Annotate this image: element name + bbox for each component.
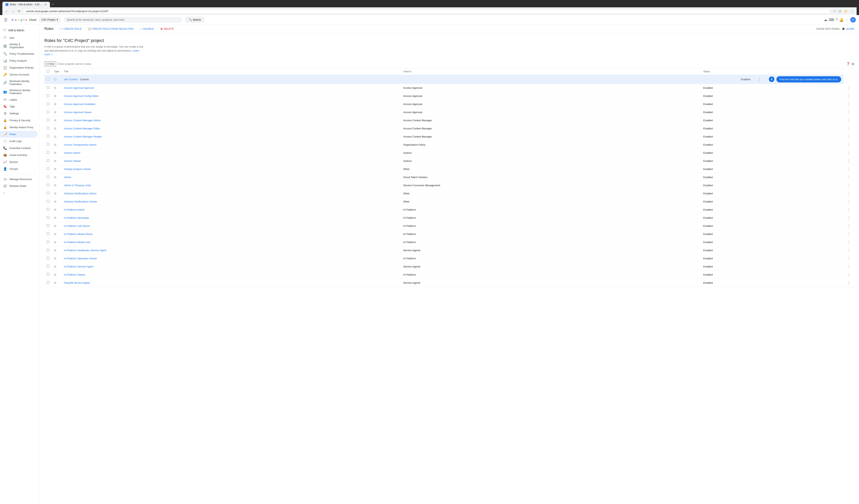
role-link-access-approval-invalidator[interactable]: Access Approval Invalidator	[64, 103, 96, 106]
row-checkbox-ai-platform-model-user[interactable]	[47, 241, 49, 243]
role-link-ai-platform-admin[interactable]: AI Platform Admin	[64, 208, 85, 211]
role-link-access-approval-approver[interactable]: Access Approval Approver	[64, 86, 94, 89]
row-menu-ai-platform-notebooks-agent[interactable]: ⋮	[846, 248, 852, 253]
sidebar-item-privacy-security[interactable]: 🔒 Privacy & Security	[0, 117, 38, 124]
row-menu-ai-platform-developer[interactable]: ⋮	[846, 215, 852, 220]
role-link-access-transparency-admin[interactable]: Access Transparency Admin	[64, 143, 96, 146]
disable-button[interactable]: — DISABLE	[137, 26, 156, 31]
role-link-alloydb-service-agent[interactable]: AlloyDB Service Agent	[64, 281, 90, 284]
new-tab-button[interactable]: +	[50, 2, 56, 7]
sidebar-item-policy-analyzer[interactable]: 📊 Policy Analyzer	[0, 57, 38, 64]
sidebar-item-identity-org[interactable]: 🏢 Identity & Organization	[0, 41, 38, 50]
role-link-ai-platform-model-user[interactable]: AI Platform Model User	[64, 241, 91, 244]
row-menu-access-transparency-admin[interactable]: ⋮	[846, 142, 852, 147]
sidebar-item-policy-troubleshooter[interactable]: 🔍 Policy Troubleshooter	[0, 50, 38, 57]
role-link-access-context-manager-reader[interactable]: Access Context Manager Reader	[64, 135, 102, 138]
row-checkbox-ai-platform-operation-owner[interactable]	[47, 257, 49, 259]
row-checkbox-ai-platform-developer[interactable]	[47, 216, 49, 219]
role-link-advisory-notifications-viewer[interactable]: Advisory Notifications Viewer	[64, 200, 97, 203]
columns-icon[interactable]: ⊞	[852, 62, 854, 66]
row-menu-ai-platform-admin[interactable]: ⋮	[846, 207, 852, 212]
row-checkbox-ai-platform-job-owner[interactable]	[47, 224, 49, 227]
role-link-access-approval-viewer[interactable]: Access Approval Viewer	[64, 111, 92, 114]
hamburger-menu[interactable]: ☰	[3, 17, 8, 23]
search-button[interactable]: 🔍 Search	[185, 17, 204, 22]
role-link-advisory-notifications-admin[interactable]: Advisory Notifications Admin	[64, 192, 96, 195]
more-options-icon[interactable]: ⋮	[845, 18, 849, 22]
role-link-ai-platform-service-agent[interactable]: AI Platform Service Agent	[64, 265, 93, 268]
learn-more-link[interactable]: Learn	[133, 49, 139, 52]
row-checkbox-c4c-custom[interactable]	[47, 78, 49, 80]
role-link-c4c-custom[interactable]: c4c Custom	[64, 78, 78, 81]
row-checkbox-activity-analysis-viewer[interactable]	[47, 167, 49, 170]
profile-icon[interactable]: ◻	[838, 9, 842, 14]
project-selector[interactable]: C4C Project ▾	[40, 17, 60, 22]
search-bar[interactable]: Search (/) for resources, docs, products…	[63, 17, 182, 22]
create-role-button[interactable]: + + CREATE ROLE	[57, 26, 84, 31]
filter-button[interactable]: ≡ Filter	[44, 61, 56, 66]
row-checkbox-access-context-manager-editor[interactable]	[47, 127, 49, 129]
create-role-from-selection-button[interactable]: 📋 CREATE ROLE FROM SELECTION	[86, 26, 136, 31]
row-checkbox-advisory-notifications-viewer[interactable]	[47, 200, 49, 202]
role-link-access-context-manager-editor[interactable]: Access Context Manager Editor	[64, 127, 100, 130]
row-menu-access-context-manager-editor[interactable]: ⋮	[846, 126, 852, 131]
address-bar[interactable]: console.cloud.google.com/iam-admin/roles…	[23, 9, 831, 14]
extensions-icon[interactable]: ⚡	[843, 9, 849, 14]
row-menu-ai-platform-operation-owner[interactable]: ⋮	[846, 256, 852, 261]
cloud-upload-icon[interactable]: ☁	[824, 18, 827, 22]
sidebar-item-manage-resources[interactable]: 🗂 Manage Resources	[0, 176, 38, 182]
sidebar-item-identity-aware-proxy[interactable]: 🔒 Identity-Aware Proxy	[0, 124, 38, 131]
row-menu-access-approval-config-editor[interactable]: ⋮	[846, 93, 852, 98]
row-checkbox-alloydb-service-agent[interactable]	[47, 281, 49, 284]
sidebar-item-roles[interactable]: 📝 Roles	[0, 131, 38, 138]
terminal-icon[interactable]: ⌨	[829, 18, 834, 22]
sidebar-item-iam[interactable]: 🛡 IAM	[0, 34, 38, 41]
sidebar-item-release-notes[interactable]: 📰 Release Notes	[0, 182, 38, 189]
row-menu-admin-tenancy-units[interactable]: ⋮	[846, 183, 852, 188]
row-menu-alloydb-service-agent[interactable]: ⋮	[846, 280, 852, 285]
role-link-actions-admin[interactable]: Actions Admin	[64, 151, 80, 154]
role-link-access-context-manager-admin[interactable]: Access Context Manager Admin	[64, 119, 101, 122]
row-checkbox-access-approval-invalidator[interactable]	[47, 103, 49, 105]
row-checkbox-ai-platform-model-owner[interactable]	[47, 232, 49, 235]
row-checkbox-actions-admin[interactable]	[47, 151, 49, 154]
back-button[interactable]: ←	[4, 9, 9, 14]
row-checkbox-access-approval-viewer[interactable]	[47, 110, 49, 113]
role-link-ai-platform-operation-owner[interactable]: AI Platform Operation Owner	[64, 257, 97, 260]
row-menu-access-approval-approver[interactable]: ⋮	[846, 85, 852, 90]
role-link-ai-platform-notebooks-agent[interactable]: AI Platform Notebooks Service Agent	[64, 249, 106, 252]
row-checkbox-ai-platform-viewer[interactable]	[47, 273, 49, 276]
tab-close-btn[interactable]: ✕	[44, 3, 47, 6]
row-menu-ai-platform-service-agent[interactable]: ⋮	[846, 264, 852, 269]
row-menu-access-approval-invalidator[interactable]: ⋮	[846, 102, 852, 107]
row-menu-actions-admin[interactable]: ⋮	[846, 150, 852, 155]
row-checkbox-advisory-notifications-admin[interactable]	[47, 192, 49, 194]
sidebar-item-labels[interactable]: 🏷 Labels	[0, 96, 38, 103]
row-menu-actions-viewer[interactable]: ⋮	[846, 158, 852, 164]
row-checkbox-access-approval-approver[interactable]	[47, 86, 49, 89]
sidebar-item-workload-identity[interactable]: 🔗 Workload Identity Federation	[0, 78, 38, 87]
row-menu-ai-platform-model-user[interactable]: ⋮	[846, 240, 852, 245]
row-menu-advisory-notifications-admin[interactable]: ⋮	[846, 191, 852, 196]
row-checkbox-access-transparency-admin[interactable]	[47, 143, 49, 146]
row-menu-c4c-custom[interactable]: ⋮	[757, 77, 763, 82]
role-link-admin-tenancy-units[interactable]: Admin of Tenancy Units	[64, 184, 91, 187]
role-link-ai-platform-developer[interactable]: AI Platform Developer	[64, 216, 89, 219]
notifications-icon[interactable]: 🔔	[839, 18, 844, 22]
sidebar-item-workforce-identity[interactable]: 👥 Workforce Identity Federation	[0, 87, 38, 96]
more-link[interactable]: more ↗	[44, 53, 53, 56]
row-menu-ai-platform-job-owner[interactable]: ⋮	[846, 223, 852, 228]
row-menu-ai-platform-model-owner[interactable]: ⋮	[846, 231, 852, 236]
row-menu-ai-platform-viewer[interactable]: ⋮	[846, 272, 852, 277]
sidebar-item-tags[interactable]: 🔖 Tags	[0, 103, 38, 110]
reload-button[interactable]: ↻	[17, 9, 21, 14]
bookmark-icon[interactable]: ☆	[832, 9, 837, 14]
sidebar-item-settings[interactable]: ⚙ Settings	[0, 110, 38, 117]
row-checkbox-access-approval-config-editor[interactable]	[47, 94, 49, 97]
delete-button[interactable]: 🗑 DELETE	[158, 26, 176, 31]
google-cloud-logo[interactable]: G o o g l e Cloud	[12, 18, 36, 21]
row-checkbox-admin-tenancy-units[interactable]	[47, 184, 49, 186]
learn-button[interactable]: 🎓 LEARN	[842, 27, 854, 30]
row-menu-access-context-manager-reader[interactable]: ⋮	[846, 134, 852, 139]
row-checkbox-ai-platform-service-agent[interactable]	[47, 265, 49, 268]
